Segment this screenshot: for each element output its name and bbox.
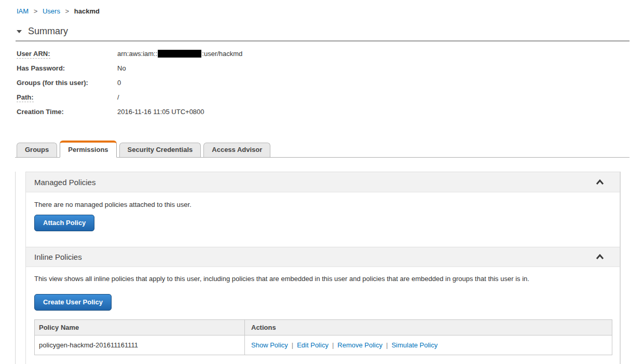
remove-policy-link[interactable]: Remove Policy <box>337 341 382 349</box>
inline-policies-body: This view shows all inline policies that… <box>26 267 620 364</box>
chevron-up-icon[interactable] <box>596 254 604 260</box>
simulate-policy-link[interactable]: Simulate Policy <box>391 341 437 349</box>
chevron-up-icon[interactable] <box>596 179 604 185</box>
summary-title: Summary <box>28 26 68 37</box>
policy-actions-cell: Show Policy|Edit Policy|Remove Policy|Si… <box>245 335 612 355</box>
tab-security-credentials[interactable]: Security Credentials <box>119 143 201 157</box>
managed-policies-header[interactable]: Managed Policies <box>26 172 620 192</box>
attach-policy-button[interactable]: Attach Policy <box>34 215 94 231</box>
actions-column-header: Actions <box>245 320 612 335</box>
inline-policies-header[interactable]: Inline Policies <box>26 247 620 267</box>
tab-bar: Groups Permissions Security Credentials … <box>15 141 629 158</box>
tab-access-advisor[interactable]: Access Advisor <box>203 143 270 157</box>
creation-time-label: Creation Time: <box>0 108 117 116</box>
field-row-groups: Groups (for this user): 0 <box>0 79 630 93</box>
field-row-path: Path: / <box>0 93 630 108</box>
breadcrumb: IAM > Users > hackmd <box>17 7 630 15</box>
groups-value: 0 <box>117 79 121 87</box>
field-row-user-arn: User ARN: arn:aws:iam:::user/hackmd <box>0 50 630 64</box>
breadcrumb-current-user: hackmd <box>74 7 100 15</box>
permissions-tab-panel: Managed Policies There are no managed po… <box>15 172 621 364</box>
user-arn-label: User ARN: <box>0 50 117 58</box>
path-label: Path: <box>0 93 117 101</box>
summary-header[interactable]: Summary <box>17 26 630 37</box>
action-separator: | <box>386 341 388 349</box>
has-password-label: Has Password: <box>0 64 117 72</box>
tab-groups[interactable]: Groups <box>17 143 57 157</box>
breadcrumb-link-iam[interactable]: IAM <box>17 7 29 15</box>
action-separator: | <box>332 341 334 349</box>
policy-name-cell: policygen-hackmd-201611161111 <box>35 335 245 355</box>
groups-label: Groups (for this user): <box>0 79 117 87</box>
managed-policies-body: There are no managed policies attached t… <box>26 192 620 247</box>
creation-time-value: 2016-11-16 11:05 UTC+0800 <box>117 108 204 116</box>
table-row: policygen-hackmd-201611161111 Show Polic… <box>35 335 612 355</box>
breadcrumb-separator: > <box>65 7 70 15</box>
policy-name-column-header: Policy Name <box>35 320 245 335</box>
edit-policy-link[interactable]: Edit Policy <box>297 341 328 349</box>
breadcrumb-separator: > <box>34 7 38 15</box>
tab-permissions[interactable]: Permissions <box>60 141 116 158</box>
breadcrumb-link-users[interactable]: Users <box>43 7 60 15</box>
managed-policies-title: Managed Policies <box>34 178 596 187</box>
inline-policies-title: Inline Policies <box>34 253 596 261</box>
inline-policies-description: This view shows all inline policies that… <box>34 275 612 283</box>
summary-divider <box>16 40 629 41</box>
managed-policies-empty-text: There are no managed policies attached t… <box>34 201 611 208</box>
has-password-value: No <box>117 64 126 72</box>
redacted-account-id <box>158 50 201 58</box>
field-row-creation-time: Creation Time: 2016-11-16 11:05 UTC+0800 <box>0 108 630 122</box>
show-policy-link[interactable]: Show Policy <box>251 341 288 349</box>
create-user-policy-button[interactable]: Create User Policy <box>34 294 112 311</box>
policies-accordion: Managed Policies There are no managed po… <box>25 172 620 364</box>
table-header-row: Policy Name Actions <box>35 320 612 335</box>
summary-fields: User ARN: arn:aws:iam:::user/hackmd Has … <box>0 50 630 122</box>
collapse-triangle-icon[interactable] <box>17 30 22 33</box>
action-separator: | <box>292 341 293 349</box>
path-value: / <box>117 93 119 101</box>
field-row-has-password: Has Password: No <box>0 64 630 79</box>
user-arn-value: arn:aws:iam:::user/hackmd <box>117 50 242 58</box>
inline-policies-table: Policy Name Actions policygen-hackmd-201… <box>34 319 612 355</box>
